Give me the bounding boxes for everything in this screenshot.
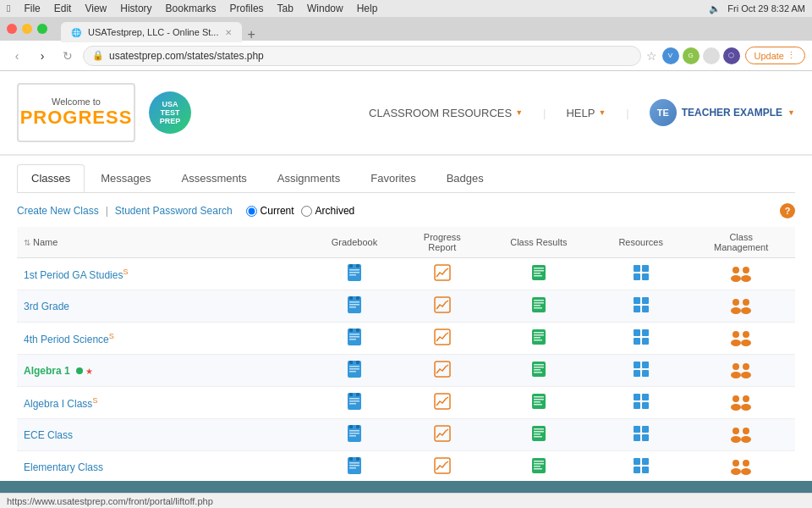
class-results-cell[interactable] <box>483 258 595 290</box>
gradebook-cell[interactable] <box>307 290 402 323</box>
svg-rect-44 <box>349 336 359 338</box>
menu-edit[interactable]: Edit <box>54 3 72 14</box>
progress-report-cell[interactable] <box>402 290 483 323</box>
tab-close-button[interactable]: ✕ <box>225 28 232 37</box>
help-circle-button[interactable]: ? <box>780 203 795 218</box>
resources-cell[interactable] <box>595 258 687 290</box>
menu-help[interactable]: Help <box>357 3 378 14</box>
title-bar: 🌐 USATestprep, LLC - Online St... ✕ + <box>0 17 812 41</box>
progress-report-cell[interactable] <box>402 323 483 355</box>
tab-badges[interactable]: Badges <box>432 164 498 192</box>
class-management-cell[interactable] <box>687 451 795 482</box>
browser-tab[interactable]: 🌐 USATestprep, LLC - Online St... ✕ <box>61 22 242 42</box>
class-management-cell[interactable] <box>687 387 795 419</box>
svg-rect-128 <box>534 461 544 462</box>
progress-report-cell[interactable] <box>402 419 483 451</box>
archived-radio[interactable]: Archived <box>301 205 355 217</box>
resources-icon <box>632 424 650 443</box>
back-button[interactable]: ‹ <box>7 49 27 63</box>
teacher-name: TEACHER EXAMPLE <box>682 107 782 119</box>
progress-report-cell[interactable] <box>402 258 483 290</box>
minimize-button[interactable] <box>22 24 32 34</box>
menu-window[interactable]: Window <box>307 3 343 14</box>
resources-cell[interactable] <box>595 323 687 355</box>
svg-rect-125 <box>349 467 356 469</box>
class-results-cell[interactable] <box>483 387 595 419</box>
class-results-cell[interactable] <box>483 451 595 482</box>
class-results-cell[interactable] <box>483 323 595 355</box>
menu-bar:  File Edit View History Bookmarks Profi… <box>0 0 812 17</box>
menu-bookmarks[interactable]: Bookmarks <box>166 3 217 14</box>
class-link[interactable]: Elementary Class <box>24 461 103 473</box>
svg-rect-22 <box>356 296 359 300</box>
svg-rect-10 <box>534 273 540 274</box>
classroom-resources-dropdown[interactable]: CLASSROOM RESOURCES ▼ <box>369 107 523 119</box>
reload-button[interactable]: ↻ <box>58 49 78 63</box>
new-tab-button[interactable]: + <box>247 27 255 42</box>
student-password-link[interactable]: Student Password Search <box>115 205 233 217</box>
help-dropdown[interactable]: HELP ▼ <box>566 107 606 119</box>
sort-icon[interactable]: ⇅ <box>24 238 30 247</box>
svg-point-78 <box>731 372 741 378</box>
class-management-cell[interactable] <box>687 355 795 387</box>
table-row: 3rd Grade <box>17 290 795 323</box>
teacher-dropdown[interactable]: TE TEACHER EXAMPLE ▼ <box>650 99 795 126</box>
class-results-cell[interactable] <box>483 419 595 451</box>
ext-icon-3[interactable] <box>703 47 720 64</box>
class-results-cell[interactable] <box>483 355 595 387</box>
menu-profiles[interactable]: Profiles <box>230 3 264 14</box>
class-management-cell[interactable] <box>687 290 795 323</box>
progress-report-cell[interactable] <box>402 355 483 387</box>
gradebook-cell[interactable] <box>307 258 402 290</box>
menu-view[interactable]: View <box>85 3 107 14</box>
maximize-button[interactable] <box>37 24 47 34</box>
class-link[interactable]: 3rd Grade <box>24 301 69 312</box>
nav-divider-1: | <box>543 107 546 119</box>
update-button[interactable]: Update ⋮ <box>745 47 805 64</box>
ext-icon-2[interactable]: G <box>683 47 700 64</box>
gradebook-cell[interactable] <box>307 323 402 355</box>
svg-rect-108 <box>534 428 544 430</box>
resources-cell[interactable] <box>595 387 687 419</box>
progress-report-cell[interactable] <box>402 387 483 419</box>
gradebook-cell[interactable] <box>307 355 402 387</box>
resources-cell[interactable] <box>595 419 687 451</box>
resources-cell[interactable] <box>595 290 687 323</box>
gradebook-cell[interactable] <box>307 451 402 482</box>
url-bar[interactable]: 🔒 usatestprep.com/states/states.php <box>83 46 641 66</box>
col-gradebook: Gradebook <box>307 227 402 258</box>
class-management-cell[interactable] <box>687 419 795 451</box>
menu-file[interactable]: File <box>24 3 40 14</box>
class-link[interactable]: ECE Class <box>24 429 73 441</box>
tab-messages[interactable]: Messages <box>86 164 165 192</box>
current-radio[interactable]: Current <box>246 205 294 217</box>
class-link[interactable]: 1st Period GA Studies <box>24 269 123 281</box>
menu-history[interactable]: History <box>120 3 151 14</box>
progress-report-cell[interactable] <box>402 451 483 482</box>
class-management-cell[interactable] <box>687 258 795 290</box>
menu-apple[interactable]:  <box>7 3 10 14</box>
ext-icon-4[interactable]: ⬡ <box>723 47 740 64</box>
class-management-cell[interactable] <box>687 323 795 355</box>
menu-tab[interactable]: Tab <box>277 3 294 14</box>
gradebook-cell[interactable] <box>307 419 402 451</box>
tab-classes[interactable]: Classes <box>17 164 85 192</box>
svg-rect-105 <box>349 435 356 437</box>
tab-assessments[interactable]: Assessments <box>167 164 261 192</box>
bookmark-button[interactable]: ☆ <box>646 49 657 63</box>
tab-favorites[interactable]: Favorites <box>356 164 430 192</box>
class-link[interactable]: 4th Period Science <box>24 334 109 345</box>
close-button[interactable] <box>7 24 17 34</box>
class-link[interactable]: Algebra I Class <box>24 398 92 410</box>
create-class-link[interactable]: Create New Class <box>17 205 99 217</box>
class-management-icon <box>729 392 753 411</box>
class-results-cell[interactable] <box>483 290 595 323</box>
gradebook-cell[interactable] <box>307 387 402 419</box>
forward-button[interactable]: › <box>32 49 52 63</box>
resources-cell[interactable] <box>595 451 687 482</box>
class-link[interactable]: Algebra 1 <box>24 365 70 377</box>
resources-cell[interactable] <box>595 355 687 387</box>
ext-icon-1[interactable]: V <box>662 47 679 64</box>
tab-assignments[interactable]: Assignments <box>263 164 354 192</box>
system-icons: 🔈 Fri Oct 29 8:32 AM <box>709 3 805 14</box>
